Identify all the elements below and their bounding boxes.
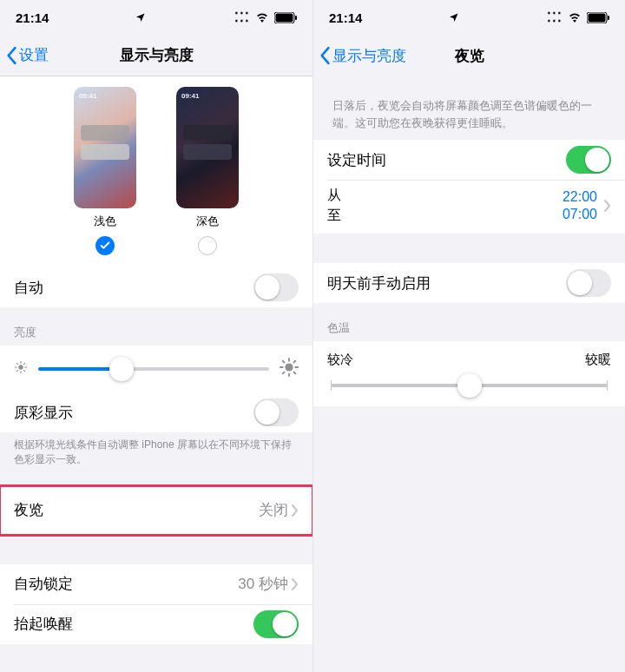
checkmark-icon (99, 240, 111, 252)
svg-line-9 (23, 370, 24, 371)
light-radio[interactable] (95, 236, 115, 255)
switch-true-tone[interactable] (253, 399, 299, 426)
true-tone-label: 原彩显示 (14, 403, 73, 423)
row-raise-to-wake[interactable]: 抬起唤醒 (0, 604, 312, 644)
nav-bar: 显示与亮度 夜览 (313, 35, 625, 76)
night-shift-value: 关闭 (259, 500, 288, 520)
svg-line-8 (16, 363, 17, 364)
wifi-icon (568, 12, 582, 23)
chevron-right-icon (604, 200, 611, 212)
location-icon (135, 12, 146, 23)
svg-point-3 (18, 365, 23, 369)
svg-rect-23 (608, 16, 609, 20)
to-time: 07:00 (562, 207, 597, 222)
light-preview: 09:41 (74, 87, 136, 208)
battery-icon (587, 12, 609, 23)
to-label: 至 (327, 207, 341, 225)
temp-header: 色温 (313, 320, 625, 336)
status-time: 21:14 (329, 10, 362, 25)
status-bar: 21:14 ⁚⁚⁚ (313, 0, 625, 35)
status-bar: 21:14 ⁚⁚⁚ (0, 0, 312, 35)
color-temp-slider[interactable] (331, 384, 608, 387)
chevron-right-icon (292, 578, 299, 590)
dark-preview: 09:41 (176, 87, 239, 208)
nav-bar: 设置 显示与亮度 (0, 35, 312, 76)
row-scheduled[interactable]: 设定时间 (313, 140, 625, 180)
chevron-right-icon (292, 504, 299, 517)
wifi-icon (255, 12, 269, 23)
switch-scheduled[interactable] (566, 146, 611, 174)
svg-point-12 (285, 363, 293, 371)
cellular-icon: ⁚⁚⁚ (547, 10, 562, 25)
appearance-dark[interactable]: 09:41 深色 (176, 87, 239, 255)
location-icon (449, 12, 459, 23)
svg-line-17 (283, 361, 285, 363)
row-night-shift[interactable]: 夜览 关闭 (0, 486, 312, 535)
row-schedule-times[interactable]: 从 至 22:00 07:00 (313, 180, 625, 234)
battery-icon (274, 12, 297, 23)
manual-label: 明天前手动启用 (327, 273, 431, 293)
back-button[interactable]: 显示与亮度 (313, 46, 406, 66)
scheduled-label: 设定时间 (327, 150, 386, 170)
from-label: 从 (327, 187, 341, 205)
svg-line-20 (294, 361, 296, 363)
row-manual-enable[interactable]: 明天前手动启用 (313, 263, 625, 303)
brightness-header: 亮度 (0, 325, 312, 340)
row-auto-lock[interactable]: 自动锁定 30 秒钟 (0, 564, 312, 604)
chevron-left-icon (319, 46, 331, 65)
switch-manual-enable[interactable] (566, 269, 611, 297)
back-label: 设置 (19, 45, 49, 65)
switch-auto-appearance[interactable] (253, 273, 299, 301)
svg-rect-22 (589, 13, 606, 22)
back-label: 显示与亮度 (332, 46, 406, 66)
svg-line-11 (23, 363, 24, 364)
appearance-light[interactable]: 09:41 浅色 (74, 87, 136, 255)
back-button[interactable]: 设置 (0, 45, 49, 65)
auto-label: 自动 (14, 278, 43, 298)
svg-line-18 (294, 372, 296, 374)
row-true-tone[interactable]: 原彩显示 (0, 392, 312, 432)
svg-rect-1 (276, 13, 293, 22)
switch-raise-to-wake[interactable] (253, 610, 299, 638)
raise-wake-label: 抬起唤醒 (14, 614, 73, 634)
chevron-left-icon (5, 46, 17, 65)
brightness-slider-row (0, 346, 312, 392)
svg-rect-2 (295, 16, 297, 20)
true-tone-footer: 根据环境光线条件自动调整 iPhone 屏幕以在不同环境下保持色彩显示一致。 (0, 432, 312, 467)
screen-display-brightness: 21:14 ⁚⁚⁚ 设置 显示与亮度 09:41 浅色 (0, 0, 312, 672)
light-label: 浅色 (94, 214, 116, 229)
cooler-label: 较冷 (327, 352, 353, 368)
row-auto-appearance[interactable]: 自动 (0, 267, 312, 307)
night-shift-intro: 日落后，夜览会自动将屏幕颜色调至色谱偏暖色的一端。这可助您在夜晚获得更佳睡眠。 (313, 76, 625, 140)
sun-small-icon (14, 360, 28, 378)
auto-lock-value: 30 秒钟 (238, 574, 288, 594)
auto-lock-label: 自动锁定 (14, 574, 73, 594)
screen-night-shift: 21:14 ⁚⁚⁚ 显示与亮度 夜览 日落后，夜览会自动将屏幕颜色调至色谱偏暖色… (312, 0, 625, 672)
svg-line-10 (16, 370, 17, 371)
dark-radio[interactable] (198, 236, 217, 255)
dark-label: 深色 (196, 214, 219, 229)
svg-line-19 (283, 372, 285, 374)
from-time: 22:00 (562, 189, 597, 205)
status-time: 21:14 (16, 10, 49, 25)
warmer-label: 较暖 (585, 352, 611, 368)
sun-large-icon (280, 358, 299, 380)
cellular-icon: ⁚⁚⁚ (234, 10, 250, 25)
brightness-slider[interactable] (38, 367, 269, 371)
night-shift-label: 夜览 (14, 500, 43, 520)
